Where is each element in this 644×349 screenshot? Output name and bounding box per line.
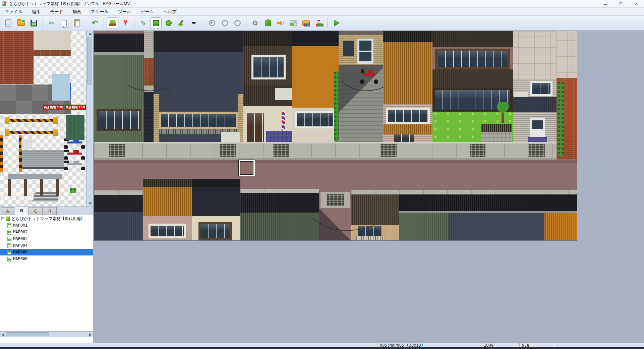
map-zone (94, 160, 577, 163)
palette-tile[interactable] (64, 160, 85, 170)
menu-item-2[interactable]: モード (45, 8, 68, 16)
tree-item-map005[interactable]: MAP005 (0, 249, 93, 255)
tile-selection-cursor[interactable] (239, 160, 255, 176)
map-zone (266, 131, 292, 142)
palette-tab-b[interactable]: B (15, 207, 28, 215)
menu-item-5[interactable]: ツール (113, 8, 136, 16)
scroll-right-icon[interactable] (89, 333, 92, 337)
pencil-tool-button[interactable] (137, 17, 149, 29)
palette-scroll-thumb[interactable] (87, 38, 92, 84)
map-zone (253, 57, 284, 77)
maximize-button[interactable]: ☐ (613, 0, 629, 8)
open-project-button[interactable] (15, 17, 27, 29)
palette-tab-c[interactable]: C (29, 207, 43, 215)
palette-tile[interactable] (34, 50, 71, 56)
fill-icon (177, 19, 185, 27)
menu-item-3[interactable]: 描画 (68, 8, 86, 16)
minimize-button[interactable]: — (598, 0, 613, 8)
palette-vertical-scrollbar[interactable] (86, 31, 93, 207)
tree-horizontal-scrollbar[interactable] (0, 331, 93, 337)
map-zone (192, 179, 240, 187)
palette-tile[interactable] (0, 31, 34, 84)
height-limit-sign-2-1m[interactable]: 高さ制限 2.1M (65, 105, 86, 110)
palette-tile[interactable] (66, 127, 84, 140)
map-zone (99, 111, 139, 129)
plugin-manager-button[interactable] (262, 17, 274, 29)
ellipse-tool-button[interactable] (163, 17, 174, 29)
map-editor-canvas[interactable] (94, 31, 577, 240)
rectangle-tool-button[interactable] (150, 17, 162, 29)
tileset-palette[interactable]: 高さ制限 3.3M 高さ制限 2.1M (0, 31, 86, 207)
sound-test-button[interactable] (275, 17, 286, 29)
palette-tile[interactable] (8, 179, 62, 196)
map-file-icon (7, 243, 11, 248)
palette-tab-r[interactable]: R (43, 207, 57, 215)
tree-item-map001[interactable]: MAP001 (0, 222, 93, 229)
scroll-down-icon[interactable] (89, 202, 92, 205)
map-file-icon (7, 237, 11, 241)
playtest-button[interactable] (331, 17, 342, 29)
menu-item-4[interactable]: スケール (86, 8, 113, 16)
save-project-button[interactable] (28, 17, 40, 29)
resource-manager-button[interactable] (300, 17, 312, 29)
tree-item-map004[interactable]: MAP004 (0, 242, 93, 249)
tree-scroll-thumb[interactable] (6, 332, 49, 336)
map-zone (94, 190, 143, 195)
map-zone (399, 213, 449, 240)
palette-tile[interactable] (8, 174, 62, 179)
database-button[interactable] (249, 17, 261, 29)
copy-icon (61, 20, 68, 26)
event-mode-button[interactable] (120, 17, 131, 29)
tree-item-map006[interactable]: MAP006 (0, 255, 93, 262)
window-bottom-edge (0, 347, 644, 349)
scroll-left-icon[interactable] (2, 333, 4, 337)
ellipse-icon (166, 20, 172, 26)
event-searcher-button[interactable] (288, 17, 299, 29)
new-project-button[interactable] (3, 17, 14, 29)
menu-item-7[interactable]: ヘルプ (159, 8, 181, 16)
status-cursor-coords: 9,8 (522, 343, 529, 348)
close-button[interactable]: ✕ (629, 0, 644, 8)
flood-fill-tool-button[interactable] (176, 17, 187, 29)
palette-tile[interactable] (5, 129, 58, 136)
menu-item-6[interactable]: ゲーム (136, 8, 159, 16)
map-zone (275, 88, 294, 100)
tree-item-map002[interactable]: MAP002 (0, 229, 93, 235)
map-zone (144, 58, 154, 85)
zoom-in-button[interactable] (206, 17, 218, 29)
tree-item-map003[interactable]: MAP003 (0, 235, 93, 242)
map-zone (351, 194, 399, 225)
palette-tile[interactable] (52, 74, 70, 101)
height-limit-sign-3-3m[interactable]: 高さ制限 3.3M (43, 105, 64, 110)
cut-button[interactable] (46, 17, 57, 29)
character-generator-button[interactable] (313, 17, 325, 29)
palette-tile[interactable] (21, 139, 32, 149)
tree-root-item[interactable]: どらぴかドットマップ素材【現代街編】 (0, 215, 93, 222)
expander-icon[interactable] (1, 217, 4, 220)
cut-icon (48, 19, 56, 27)
copy-button[interactable] (59, 17, 70, 29)
palette-tile[interactable] (5, 117, 58, 124)
palette-tile[interactable] (0, 135, 3, 172)
menu-item-1[interactable]: 編集 (27, 8, 45, 16)
toolbar-separator (203, 18, 203, 28)
menu-item-0[interactable]: ファイル (0, 8, 27, 16)
palette-tile[interactable] (64, 150, 85, 160)
map-mode-button[interactable] (107, 17, 118, 29)
shadow-pen-tool-button[interactable] (188, 17, 200, 29)
paste-button[interactable] (71, 17, 83, 29)
map-canvas-area[interactable] (94, 31, 644, 343)
palette-tab-a[interactable]: A (1, 207, 14, 215)
map-zone (282, 111, 285, 130)
zoom-out-button[interactable] (219, 17, 230, 29)
palette-tile[interactable] (66, 115, 84, 127)
actual-size-button[interactable] (232, 17, 243, 29)
map-zone (481, 124, 512, 132)
map-zone (528, 137, 547, 142)
scroll-up-icon[interactable] (89, 33, 92, 35)
undo-button[interactable] (89, 17, 101, 29)
palette-tile[interactable] (70, 188, 76, 193)
palette-tile[interactable] (34, 31, 71, 50)
map-zone (356, 236, 384, 240)
palette-tile[interactable] (22, 150, 64, 167)
